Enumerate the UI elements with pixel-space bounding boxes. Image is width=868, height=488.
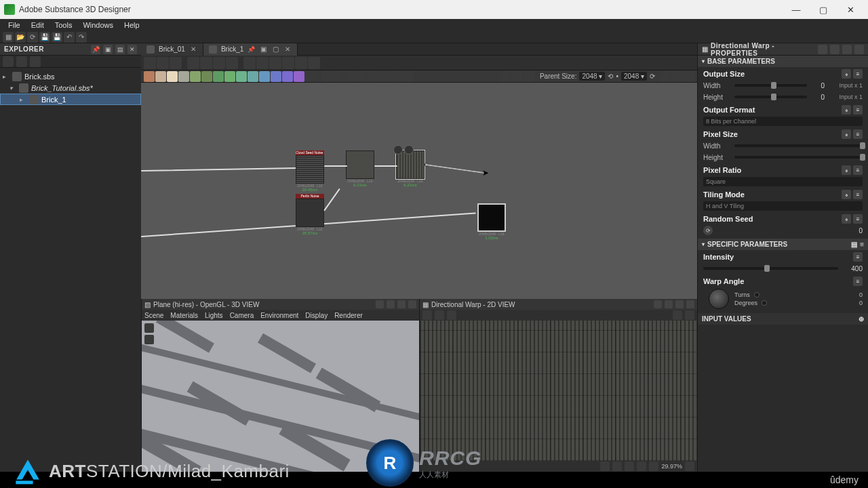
new-project-icon[interactable]: ▦ <box>3 32 14 43</box>
atom-swatch[interactable] <box>248 71 258 82</box>
panel-maximize-icon[interactable] <box>842 45 852 54</box>
atom-swatch[interactable] <box>305 71 316 82</box>
pixel-width-slider[interactable] <box>734 144 863 147</box>
fit-icon[interactable] <box>200 57 212 69</box>
menu-tools[interactable]: Tools <box>50 21 78 29</box>
expand-icon[interactable]: ⊕ <box>859 315 864 323</box>
node-category-icon[interactable] <box>402 71 413 82</box>
channel-icon[interactable] <box>625 462 634 471</box>
atom-swatch[interactable] <box>167 71 178 82</box>
explorer-collapse-icon[interactable] <box>16 56 27 67</box>
graph-canvas[interactable]: Cloud Seed Noise 2 2048x2048 · L16 20.45… <box>141 83 697 299</box>
open-icon[interactable]: 📂 <box>15 32 26 43</box>
save-icon[interactable]: 💾 <box>39 32 50 43</box>
panel-close-icon[interactable] <box>686 300 694 308</box>
atom-swatch[interactable] <box>178 71 189 82</box>
tree-item-package[interactable]: ▾ Brick_Tutorial.sbs* <box>0 82 141 94</box>
chevron-right-icon[interactable]: ▸ <box>3 73 9 80</box>
height-slider[interactable] <box>734 96 807 98</box>
node-category-icon[interactable] <box>356 71 367 82</box>
view3d-menu-environment[interactable]: Environment <box>260 312 298 319</box>
node-category-icon[interactable] <box>379 71 390 82</box>
expose-icon[interactable]: ⬨ <box>842 214 851 224</box>
turns-radio[interactable] <box>754 292 760 298</box>
panel-close-icon[interactable]: ✕ <box>127 45 137 54</box>
atom-swatch[interactable] <box>259 71 270 82</box>
tab-close-icon[interactable]: ✕ <box>283 45 292 53</box>
view3d-viewport[interactable] <box>142 321 419 472</box>
panel-split-icon[interactable]: ▤ <box>115 45 125 54</box>
view3d-menu-camera[interactable]: Camera <box>230 312 254 319</box>
expose-icon[interactable]: ⬨ <box>842 129 851 139</box>
section-input-values[interactable]: INPUT VALUES ⊕ <box>698 313 868 325</box>
menu-icon[interactable]: ≡ <box>853 277 863 286</box>
tile-toggle-icon[interactable] <box>612 462 622 471</box>
move-tool-icon[interactable] <box>157 57 169 69</box>
section-base-parameters[interactable]: ▾ BASE PARAMETERS <box>698 56 868 67</box>
save-all-icon[interactable]: 💾 <box>52 32 62 43</box>
menu-icon[interactable]: ≡ <box>853 214 863 224</box>
panel-split-icon[interactable] <box>665 300 673 308</box>
atom-swatch[interactable] <box>294 71 304 82</box>
tab-restore-icon[interactable]: ▣ <box>259 45 267 53</box>
node-category-icon[interactable] <box>321 71 332 82</box>
list-icon[interactable]: ▤ <box>851 241 857 248</box>
atom-swatch[interactable] <box>224 71 235 82</box>
panel-collapse-icon[interactable]: ▣ <box>103 45 113 54</box>
align-icon[interactable] <box>213 57 225 69</box>
graph-tab-active[interactable]: Brick_1 📌 ▣ ▢ ✕ <box>203 43 298 56</box>
select-tool-icon[interactable] <box>144 57 156 69</box>
bg-icon[interactable] <box>649 462 658 471</box>
route-icon[interactable] <box>269 57 281 69</box>
atom-swatch[interactable] <box>190 71 201 82</box>
expose-icon[interactable]: ⬨ <box>842 190 851 199</box>
degrees-radio[interactable] <box>762 300 767 306</box>
intensity-slider[interactable] <box>703 267 838 270</box>
close-button[interactable]: ✕ <box>837 0 864 19</box>
node-category-icon[interactable] <box>391 71 401 82</box>
menu-file[interactable]: File <box>3 21 26 29</box>
display-mode-icon[interactable] <box>500 71 511 82</box>
panel-pin-icon[interactable] <box>654 300 662 308</box>
refresh-icon[interactable]: ⟳ <box>27 32 38 43</box>
explorer-export-icon[interactable] <box>30 56 41 67</box>
camera-icon[interactable] <box>144 323 154 333</box>
view2d-histogram-icon[interactable] <box>685 310 694 320</box>
settings-icon[interactable] <box>684 71 694 82</box>
atom-swatch[interactable] <box>236 71 247 82</box>
randomize-icon[interactable]: ⟳ <box>703 226 713 235</box>
degrees-value[interactable]: 0 <box>859 300 863 306</box>
view2d-save-icon[interactable] <box>422 310 432 320</box>
random-seed-value[interactable]: 0 <box>849 227 863 235</box>
refresh-size-icon[interactable]: ⟳ <box>650 73 655 80</box>
graph-node[interactable]: Cloud Seed Noise 2 2048x2048 · L16 20.45… <box>296 150 324 192</box>
snapshot-icon[interactable] <box>170 57 182 69</box>
pixel-ratio-dropdown[interactable]: Square <box>703 177 863 186</box>
node-category-icon[interactable] <box>344 71 355 82</box>
graph-node[interactable]: 2048x2048 · L16 1.03ms <box>477 203 506 240</box>
view3d-menu-scene[interactable]: Scene <box>144 312 163 319</box>
menu-edit[interactable]: Edit <box>26 21 50 29</box>
auto-icon[interactable] <box>282 57 294 69</box>
menu-icon[interactable]: ≡ <box>853 165 863 175</box>
view2d-viewport[interactable] <box>420 321 697 461</box>
atom-swatch[interactable] <box>271 71 281 82</box>
panel-pin-icon[interactable] <box>818 45 827 54</box>
link-icon[interactable]: ⟲ <box>608 73 613 80</box>
tree-item-package[interactable]: ▸ Brick.sbs <box>0 70 141 82</box>
highlight-icon[interactable] <box>308 57 320 69</box>
panel-pin-icon[interactable]: 📌 <box>91 45 100 54</box>
panel-close-icon[interactable] <box>854 45 864 54</box>
parent-size-dropdown[interactable]: 2048 ▾ <box>579 72 605 81</box>
grid-toggle-icon[interactable] <box>600 462 610 471</box>
timing-icon[interactable] <box>660 71 671 82</box>
node-preview-icon[interactable] <box>393 145 403 155</box>
chevron-right-icon[interactable]: ▸ <box>20 96 26 103</box>
node-target-icon[interactable] <box>404 145 414 155</box>
width-value[interactable]: 0 <box>811 82 825 89</box>
menu-help[interactable]: Help <box>119 21 145 29</box>
node-category-icon[interactable] <box>368 71 378 82</box>
display-mode-icon[interactable] <box>512 71 523 82</box>
tab-close-icon[interactable]: ✕ <box>189 45 197 53</box>
height-value[interactable]: 0 <box>811 94 825 101</box>
